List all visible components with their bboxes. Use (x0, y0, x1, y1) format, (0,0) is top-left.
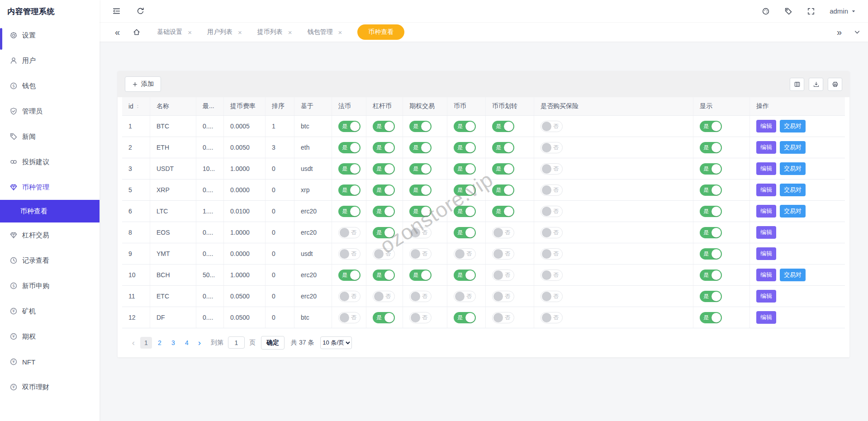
column-header[interactable]: id (122, 97, 150, 115)
toggle-off[interactable]: 否 (541, 291, 563, 302)
toggle-off[interactable]: 否 (492, 270, 514, 281)
tab-withdraw-list[interactable]: 提币列表× (257, 28, 292, 36)
trade-pair-button[interactable]: 交易对 (780, 269, 806, 281)
prev-page-icon[interactable]: ‹ (128, 337, 139, 349)
toggle-off[interactable]: 否 (409, 227, 432, 238)
edit-button[interactable]: 编辑 (756, 205, 776, 218)
toggle-on[interactable]: 是 (373, 270, 395, 281)
tag-icon[interactable] (784, 7, 792, 15)
toggle-on[interactable]: 是 (492, 163, 514, 175)
toggle-on[interactable]: 是 (454, 206, 476, 217)
add-button[interactable]: 添加 (125, 76, 161, 92)
toggle-on[interactable]: 是 (700, 184, 722, 196)
toggle-off[interactable]: 否 (338, 312, 360, 323)
user-menu[interactable]: admin (830, 7, 856, 15)
sidebar-item-nft[interactable]: NFT (0, 349, 100, 374)
toggle-on[interactable]: 是 (409, 142, 432, 153)
toggle-off[interactable]: 否 (373, 248, 395, 260)
sidebar-item-news[interactable]: 新闻 (0, 124, 100, 149)
toggle-on[interactable]: 是 (409, 206, 432, 217)
sidebar-item-wallet[interactable]: 钱包 (0, 73, 100, 99)
toggle-on[interactable]: 是 (373, 184, 395, 196)
sidebar-item-users[interactable]: 用户 (0, 48, 100, 73)
toggle-on[interactable]: 是 (454, 163, 476, 175)
edit-button[interactable]: 编辑 (756, 247, 776, 260)
fullscreen-icon[interactable] (807, 7, 815, 15)
toggle-off[interactable]: 否 (541, 121, 563, 132)
close-icon[interactable]: × (288, 28, 292, 36)
toggle-off[interactable]: 否 (409, 312, 432, 323)
page-size-select[interactable]: 10 条/页 (320, 336, 352, 349)
chevron-down-icon[interactable] (854, 28, 861, 36)
toggle-on[interactable]: 是 (700, 163, 722, 175)
toggle-on[interactable]: 是 (373, 163, 395, 175)
toggle-on[interactable]: 是 (373, 227, 395, 238)
sidebar-subitem-coin-view[interactable]: 币种查看 (0, 200, 100, 222)
page-number[interactable]: 4 (181, 337, 193, 349)
toggle-on[interactable]: 是 (700, 227, 722, 238)
confirm-button[interactable]: 确定 (261, 336, 285, 350)
toggle-on[interactable]: 是 (338, 163, 360, 175)
toggle-off[interactable]: 否 (409, 291, 432, 302)
toggle-off[interactable]: 否 (338, 227, 360, 238)
tab-coin-view[interactable]: 币种查看 (357, 24, 404, 40)
toggle-on[interactable]: 是 (700, 291, 722, 302)
toggle-on[interactable]: 是 (338, 121, 360, 132)
sidebar-item-leverage-trade[interactable]: 杠杆交易 (0, 222, 100, 248)
toggle-on[interactable]: 是 (700, 312, 722, 323)
toggle-off[interactable]: 否 (492, 312, 514, 323)
sidebar-scrollbar[interactable] (0, 28, 2, 50)
toggle-off[interactable]: 否 (541, 206, 563, 217)
edit-button[interactable]: 编辑 (756, 269, 776, 281)
close-icon[interactable]: × (188, 28, 192, 36)
toggle-on[interactable]: 是 (454, 270, 476, 281)
toggle-on[interactable]: 是 (338, 206, 360, 217)
menu-fold-icon[interactable] (112, 7, 121, 15)
page-number[interactable]: 3 (167, 337, 179, 349)
print-button[interactable] (828, 78, 842, 91)
toggle-on[interactable]: 是 (338, 142, 360, 153)
toggle-on[interactable]: 是 (409, 121, 432, 132)
toggle-on[interactable]: 是 (700, 248, 722, 260)
toggle-on[interactable]: 是 (409, 184, 432, 196)
sidebar-item-options[interactable]: 期权 (0, 324, 100, 349)
tab-user-list[interactable]: 用户列表× (207, 28, 242, 36)
trade-pair-button[interactable]: 交易对 (780, 184, 806, 196)
palette-icon[interactable] (762, 7, 770, 15)
toggle-off[interactable]: 否 (454, 291, 476, 302)
sidebar-item-dual-invest[interactable]: 双币理财 (0, 374, 100, 400)
next-page-icon[interactable]: › (194, 337, 205, 349)
toggle-on[interactable]: 是 (492, 142, 514, 153)
tab-basic-settings[interactable]: 基础设置× (157, 28, 192, 36)
toggle-on[interactable]: 是 (492, 206, 514, 217)
toggle-on[interactable]: 是 (409, 270, 432, 281)
toggle-on[interactable]: 是 (373, 121, 395, 132)
page-number[interactable]: 2 (154, 337, 166, 349)
toggle-on[interactable]: 是 (454, 312, 476, 323)
toggle-off[interactable]: 否 (541, 163, 563, 175)
toggle-off[interactable]: 否 (541, 227, 563, 238)
toggle-on[interactable]: 是 (492, 184, 514, 196)
sidebar-item-miner[interactable]: 矿机 (0, 298, 100, 324)
toggle-off[interactable]: 否 (338, 291, 360, 302)
toggle-off[interactable]: 否 (492, 291, 514, 302)
toggle-off[interactable]: 否 (541, 270, 563, 281)
toggle-off[interactable]: 否 (541, 184, 563, 196)
goto-page-input[interactable] (228, 336, 245, 349)
toggle-off[interactable]: 否 (373, 291, 395, 302)
columns-button[interactable] (790, 78, 804, 91)
toggle-on[interactable]: 是 (700, 142, 722, 153)
toggle-off[interactable]: 否 (338, 248, 360, 260)
sidebar-item-new-coin[interactable]: 新币申购 (0, 273, 100, 298)
toggle-off[interactable]: 否 (409, 248, 432, 260)
toggle-off[interactable]: 否 (492, 248, 514, 260)
toggle-on[interactable]: 是 (454, 227, 476, 238)
double-chevron-left-icon[interactable]: « (100, 28, 120, 37)
toggle-on[interactable]: 是 (492, 121, 514, 132)
trade-pair-button[interactable]: 交易对 (780, 141, 806, 154)
edit-button[interactable]: 编辑 (756, 226, 776, 239)
toggle-on[interactable]: 是 (700, 270, 722, 281)
edit-button[interactable]: 编辑 (756, 290, 776, 303)
close-icon[interactable]: × (338, 28, 342, 36)
sidebar-item-settings[interactable]: 设置 (0, 23, 100, 48)
